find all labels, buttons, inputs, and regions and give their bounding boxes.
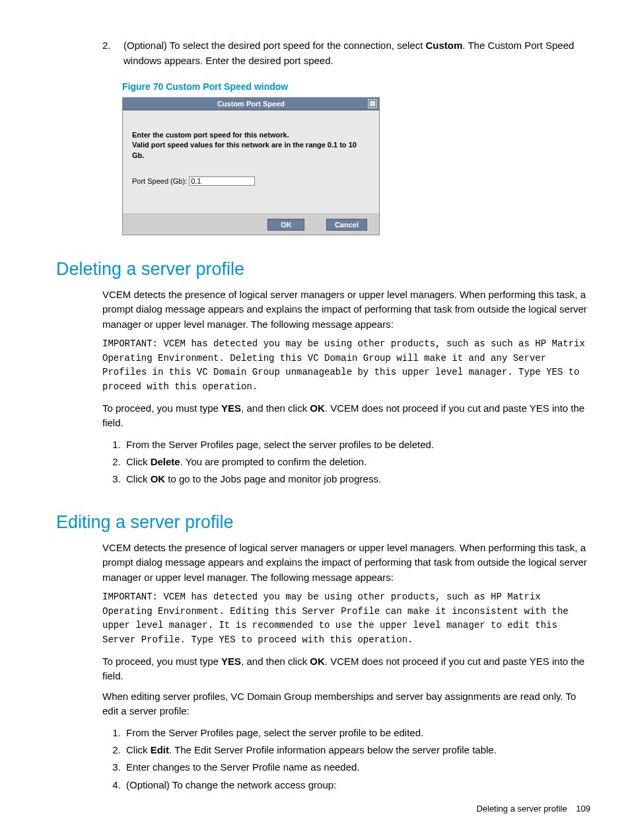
custom-port-speed-dialog: Custom Port Speed ⊠ Enter the custom por…: [122, 97, 380, 235]
page-number: 109: [576, 804, 590, 814]
page-footer: Deleting a server profile 109: [476, 804, 590, 814]
s2-steps: From the Server Profiles page, select th…: [104, 724, 590, 794]
port-speed-row: Port Speed (Gb):: [132, 176, 370, 186]
step-number: 2.: [102, 38, 123, 68]
s1-para1: VCEM detects the presence of logical ser…: [102, 287, 590, 332]
figure-caption: Figure 70 Custom Port Speed window: [122, 81, 590, 92]
s2-para2: To proceed, you must type YES, and then …: [102, 654, 590, 684]
list-item: Click OK to go to the Jobs page and moni…: [123, 471, 590, 488]
close-icon[interactable]: ⊠: [368, 99, 377, 108]
list-item: From the Server Profiles page, select th…: [123, 724, 590, 742]
s2-para3: When editing server profiles, VC Domain …: [102, 689, 590, 719]
list-item: Click Edit. The Edit Server Profile info…: [123, 742, 590, 759]
footer-text: Deleting a server profile: [476, 804, 567, 814]
heading-editing: Editing a server profile: [56, 512, 590, 533]
dialog-body: Enter the custom port speed for this net…: [123, 110, 379, 213]
s2-para1: VCEM detects the presence of logical ser…: [102, 541, 590, 586]
intro-step: 2. (Optional) To select the desired port…: [102, 38, 590, 68]
port-speed-label: Port Speed (Gb):: [132, 177, 187, 185]
dialog-titlebar: Custom Port Speed ⊠: [123, 98, 379, 110]
list-item: From the Server Profiles page, select th…: [123, 436, 590, 453]
s1-important: IMPORTANT: VCEM has detected you may be …: [102, 337, 590, 395]
step-text: (Optional) To select the desired port sp…: [123, 38, 590, 68]
heading-deleting: Deleting a server profile: [56, 259, 590, 280]
cancel-button[interactable]: Cancel: [326, 219, 367, 231]
s1-steps: From the Server Profiles page, select th…: [104, 436, 590, 488]
list-item: Click Delete. You are prompted to confir…: [123, 453, 590, 471]
s1-para2: To proceed, you must type YES, and then …: [102, 401, 590, 431]
dialog-footer: OK Cancel: [123, 213, 379, 235]
port-speed-input[interactable]: [189, 176, 255, 186]
list-item: Enter changes to the Server Profile name…: [123, 759, 590, 776]
dialog-title: Custom Port Speed: [217, 100, 285, 108]
list-item: (Optional) To change the network access …: [123, 777, 590, 794]
s2-important: IMPORTANT: VCEM has detected you may be …: [102, 590, 590, 648]
dialog-line2: Valid port speed values for this network…: [132, 140, 370, 161]
dialog-line1: Enter the custom port speed for this net…: [132, 130, 370, 140]
ok-button[interactable]: OK: [267, 219, 304, 231]
